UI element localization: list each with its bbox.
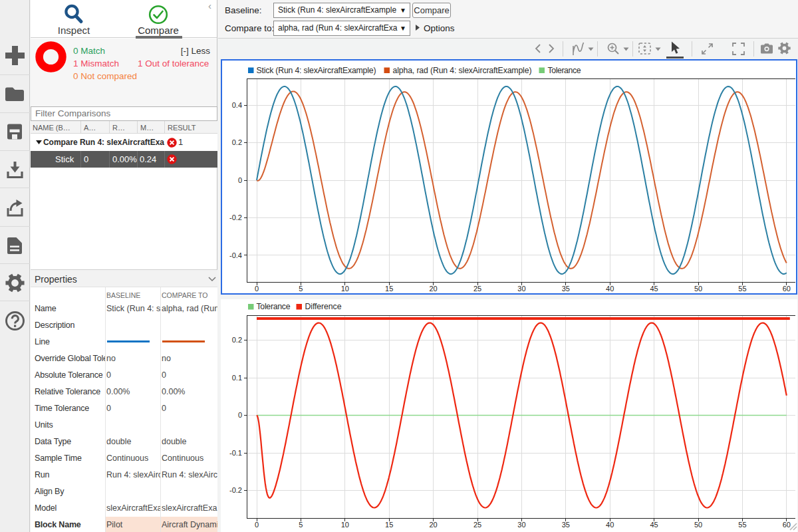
svg-text:45: 45 [650, 521, 658, 529]
svg-text:-0.1: -0.1 [229, 449, 242, 457]
svg-text:35: 35 [562, 521, 570, 529]
svg-text:10: 10 [341, 285, 349, 293]
svg-text:60: 60 [783, 285, 791, 293]
svg-text:50: 50 [694, 285, 702, 293]
svg-text:0: 0 [238, 411, 242, 419]
svg-text:0.1: 0.1 [232, 374, 242, 382]
svg-text:-0.4: -0.4 [229, 251, 242, 259]
svg-text:25: 25 [473, 521, 481, 529]
svg-text:0: 0 [255, 521, 259, 529]
svg-text:40: 40 [606, 521, 614, 529]
svg-text:Tolerance: Tolerance [257, 302, 291, 311]
svg-text:25: 25 [473, 285, 481, 293]
svg-text:-0.2: -0.2 [229, 213, 242, 221]
svg-text:60: 60 [783, 521, 791, 529]
svg-text:5: 5 [299, 285, 303, 293]
svg-text:Tolerance: Tolerance [548, 66, 581, 75]
svg-text:Stick (Run 4: slexAircraftExam: Stick (Run 4: slexAircraftExample) [257, 66, 376, 75]
svg-text:5: 5 [299, 521, 303, 529]
svg-text:40: 40 [606, 285, 614, 293]
svg-text:45: 45 [650, 285, 658, 293]
svg-text:35: 35 [562, 285, 570, 293]
svg-text:55: 55 [738, 285, 746, 293]
svg-text:55: 55 [738, 521, 746, 529]
svg-text:0.2: 0.2 [232, 336, 242, 344]
svg-text:-0.2: -0.2 [229, 486, 242, 494]
svg-text:0.2: 0.2 [232, 138, 242, 146]
svg-text:0.4: 0.4 [232, 101, 242, 109]
svg-text:30: 30 [517, 285, 525, 293]
svg-text:15: 15 [385, 521, 393, 529]
svg-text:Difference: Difference [305, 302, 342, 311]
svg-text:10: 10 [341, 521, 349, 529]
svg-text:15: 15 [385, 285, 393, 293]
svg-text:50: 50 [694, 521, 702, 529]
svg-text:alpha, rad (Run 4: slexAircraf: alpha, rad (Run 4: slexAircraftExample) [393, 66, 532, 75]
svg-text:30: 30 [517, 521, 525, 529]
svg-text:20: 20 [429, 285, 437, 293]
svg-text:0: 0 [255, 285, 259, 293]
svg-text:0: 0 [238, 176, 242, 184]
svg-text:20: 20 [429, 521, 437, 529]
